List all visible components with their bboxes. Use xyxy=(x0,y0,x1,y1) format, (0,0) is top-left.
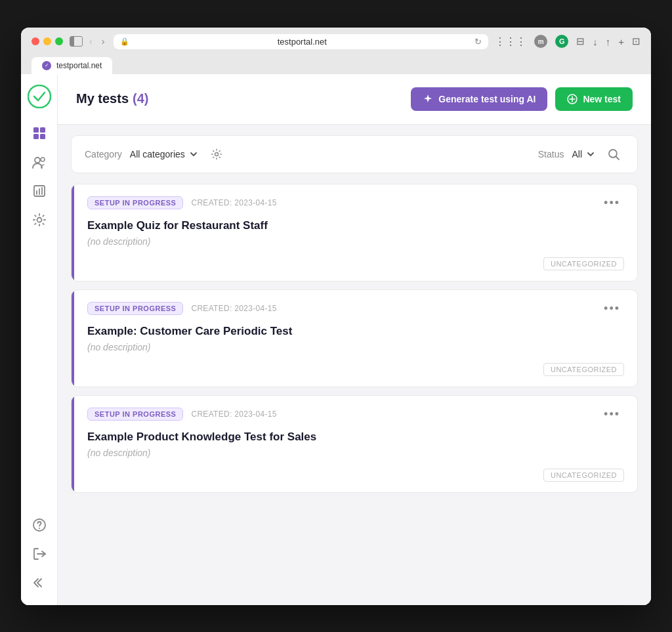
status-badge: SETUP IN PROGRESS xyxy=(87,302,183,315)
exit-icon xyxy=(32,547,47,561)
address-bar[interactable]: 🔒 testportal.net ↻ xyxy=(114,34,488,49)
refresh-icon[interactable]: ↻ xyxy=(474,37,482,47)
user-avatar: m xyxy=(534,35,547,48)
sidebar-item-users[interactable] xyxy=(28,150,51,174)
settings-icon xyxy=(32,213,47,227)
header-actions: Generate test using AI New test xyxy=(411,87,633,111)
bookmarks-icon[interactable]: ⊟ xyxy=(576,35,585,47)
sidebar-item-dashboard[interactable] xyxy=(28,121,51,145)
test-description: (no description) xyxy=(87,236,624,247)
category-select[interactable]: All categories xyxy=(130,149,198,159)
filter-right: Status All xyxy=(538,144,624,165)
new-tab-icon[interactable]: + xyxy=(618,36,624,47)
active-tab[interactable]: ✓ testportal.net xyxy=(32,57,112,74)
sidebar-item-collapse[interactable] xyxy=(28,571,51,595)
back-arrow-icon[interactable]: ‹ xyxy=(87,35,95,48)
more-options-button[interactable]: ••• xyxy=(600,301,624,317)
created-date: CREATED: 2023-04-15 xyxy=(191,198,276,207)
test-card[interactable]: SETUP IN PROGRESS CREATED: 2023-04-15 ••… xyxy=(71,395,638,493)
status-badge: SETUP IN PROGRESS xyxy=(87,196,183,209)
browser-window: ‹ › 🔒 testportal.net ↻ ⋮⋮⋮ m G ⊟ ↓ ↑ + ⊡ xyxy=(21,28,651,605)
sidebar xyxy=(21,74,58,605)
test-card-header: SETUP IN PROGRESS CREATED: 2023-04-15 ••… xyxy=(87,406,624,423)
more-options-button[interactable]: ••• xyxy=(600,195,624,211)
help-icon xyxy=(32,518,47,532)
test-card-header: SETUP IN PROGRESS CREATED: 2023-04-15 ••… xyxy=(87,301,624,317)
filter-left: Category All categories xyxy=(85,144,227,165)
sidebar-toggle-icon[interactable] xyxy=(70,36,83,47)
share-icon[interactable]: ↑ xyxy=(606,36,611,47)
svg-rect-2 xyxy=(40,127,45,133)
traffic-lights xyxy=(32,37,63,45)
browser-actions: ⋮⋮⋮ m G ⊟ ↓ ↑ + ⊡ xyxy=(495,35,640,48)
app-layout: My tests (4) Generate test using AI xyxy=(21,74,651,605)
sidebar-item-settings[interactable] xyxy=(28,208,51,232)
url-text: testportal.net xyxy=(133,37,471,47)
minimize-button[interactable] xyxy=(43,37,51,45)
test-card-meta: SETUP IN PROGRESS CREATED: 2023-04-15 xyxy=(87,196,277,209)
test-card[interactable]: SETUP IN PROGRESS CREATED: 2023-04-15 ••… xyxy=(71,289,638,387)
created-date: CREATED: 2023-04-15 xyxy=(191,304,276,313)
status-select[interactable]: All xyxy=(572,149,595,159)
browser-controls: ‹ › xyxy=(70,35,107,48)
test-card-footer: UNCATEGORIZED xyxy=(87,257,624,270)
svg-line-20 xyxy=(616,156,620,159)
fullscreen-button[interactable] xyxy=(55,37,63,45)
chevron-down-icon xyxy=(189,150,198,159)
sidebar-bottom xyxy=(28,513,51,595)
ai-sparkle-icon xyxy=(423,94,433,104)
more-options-button[interactable]: ••• xyxy=(600,406,624,423)
page-title-area: My tests (4) xyxy=(76,91,148,106)
more-tabs-icon[interactable]: ⊡ xyxy=(632,35,640,47)
search-icon xyxy=(607,148,620,161)
test-card-body: SETUP IN PROGRESS CREATED: 2023-04-15 ••… xyxy=(74,184,637,281)
search-button[interactable] xyxy=(603,144,624,165)
category-label: Category xyxy=(85,149,122,159)
lock-icon: 🔒 xyxy=(120,37,129,46)
test-card-footer: UNCATEGORIZED xyxy=(87,469,624,482)
test-description: (no description) xyxy=(87,342,624,352)
browser-chrome: ‹ › 🔒 testportal.net ↻ ⋮⋮⋮ m G ⊟ ↓ ↑ + ⊡ xyxy=(21,28,651,74)
test-card-footer: UNCATEGORIZED xyxy=(87,363,624,376)
generate-ai-button[interactable]: Generate test using AI xyxy=(411,87,547,111)
close-button[interactable] xyxy=(32,37,39,45)
collapse-icon xyxy=(32,576,47,590)
users-icon xyxy=(32,155,47,169)
sidebar-item-exit[interactable] xyxy=(28,542,51,566)
plus-circle-icon xyxy=(567,94,578,104)
page-title: My tests xyxy=(76,91,129,106)
browser-title-bar: ‹ › 🔒 testportal.net ↻ ⋮⋮⋮ m G ⊟ ↓ ↑ + ⊡ xyxy=(32,34,640,49)
content-header: My tests (4) Generate test using AI xyxy=(58,74,651,125)
svg-point-11 xyxy=(37,217,41,222)
test-card-meta: SETUP IN PROGRESS CREATED: 2023-04-15 xyxy=(87,408,277,421)
test-card[interactable]: SETUP IN PROGRESS CREATED: 2023-04-15 ••… xyxy=(71,184,638,282)
apps-icon[interactable]: ⋮⋮⋮ xyxy=(495,35,526,48)
status-chevron-down-icon xyxy=(586,150,595,159)
test-card-meta: SETUP IN PROGRESS CREATED: 2023-04-15 xyxy=(87,302,277,315)
forward-arrow-icon[interactable]: › xyxy=(99,35,108,48)
svg-rect-4 xyxy=(40,134,45,139)
grammarly-icon: G xyxy=(555,35,568,48)
logo-icon xyxy=(28,85,51,108)
created-date: CREATED: 2023-04-15 xyxy=(191,410,276,419)
test-card-header: SETUP IN PROGRESS CREATED: 2023-04-15 ••… xyxy=(87,195,624,211)
category-tag: UNCATEGORIZED xyxy=(543,257,624,270)
tests-list: SETUP IN PROGRESS CREATED: 2023-04-15 ••… xyxy=(58,173,651,503)
svg-point-13 xyxy=(39,528,40,529)
test-description: (no description) xyxy=(87,448,624,458)
dashboard-icon xyxy=(33,127,46,140)
filter-settings-icon[interactable] xyxy=(206,144,227,165)
new-test-button[interactable]: New test xyxy=(555,87,633,111)
svg-point-0 xyxy=(28,85,51,108)
logo[interactable] xyxy=(28,85,51,111)
sidebar-item-help[interactable] xyxy=(28,513,51,537)
svg-rect-3 xyxy=(33,134,39,139)
category-tag: UNCATEGORIZED xyxy=(543,363,624,376)
svg-point-6 xyxy=(41,158,45,161)
status-badge: SETUP IN PROGRESS xyxy=(87,408,183,421)
sidebar-item-reports[interactable] xyxy=(28,179,51,203)
svg-point-5 xyxy=(35,158,40,163)
download-icon[interactable]: ↓ xyxy=(593,36,598,47)
reports-icon xyxy=(32,184,47,198)
test-title: Example: Customer Care Periodic Test xyxy=(87,325,624,338)
